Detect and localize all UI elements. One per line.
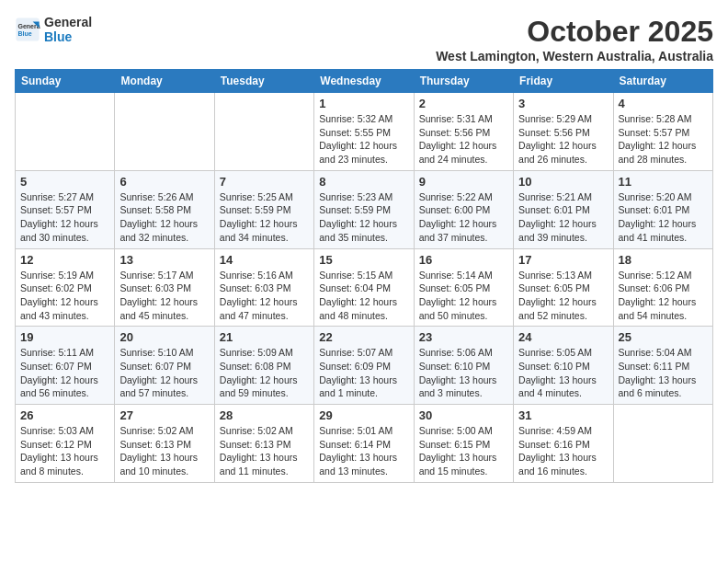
cell-info: Sunrise: 5:20 AM Sunset: 6:01 PM Dayligh… <box>619 190 708 245</box>
cell-date: 5 <box>20 175 109 189</box>
cell-date: 19 <box>20 330 109 344</box>
calendar-cell: 10Sunrise: 5:21 AM Sunset: 6:01 PM Dayli… <box>514 170 613 248</box>
calendar-cell: 29Sunrise: 5:01 AM Sunset: 6:14 PM Dayli… <box>314 405 414 483</box>
cell-date: 28 <box>220 408 309 422</box>
logo-text-line1: General <box>44 15 92 29</box>
cell-date: 24 <box>518 330 608 344</box>
calendar-cell: 20Sunrise: 5:10 AM Sunset: 6:07 PM Dayli… <box>115 327 214 405</box>
cell-info: Sunrise: 5:19 AM Sunset: 6:02 PM Dayligh… <box>20 269 109 323</box>
calendar-cell: 9Sunrise: 5:22 AM Sunset: 6:00 PM Daylig… <box>414 170 513 248</box>
cell-info: Sunrise: 5:00 AM Sunset: 6:15 PM Dayligh… <box>419 424 508 478</box>
month-title: October 2025 <box>436 15 713 49</box>
calendar-cell: 4Sunrise: 5:28 AM Sunset: 5:57 PM Daylig… <box>613 93 712 171</box>
cell-date: 1 <box>319 97 408 110</box>
svg-rect-0 <box>16 17 39 40</box>
calendar-cell: 12Sunrise: 5:19 AM Sunset: 6:02 PM Dayli… <box>16 248 115 327</box>
cell-info: Sunrise: 5:13 AM Sunset: 6:05 PM Dayligh… <box>518 269 608 323</box>
cell-info: Sunrise: 5:09 AM Sunset: 6:08 PM Dayligh… <box>220 346 309 400</box>
calendar-cell: 28Sunrise: 5:02 AM Sunset: 6:13 PM Dayli… <box>214 405 313 483</box>
day-header-monday: Monday <box>115 70 214 93</box>
week-row-1: 1Sunrise: 5:32 AM Sunset: 5:55 PM Daylig… <box>16 93 713 171</box>
cell-info: Sunrise: 5:15 AM Sunset: 6:04 PM Dayligh… <box>319 269 408 323</box>
header-row: SundayMondayTuesdayWednesdayThursdayFrid… <box>16 70 713 93</box>
cell-date: 22 <box>319 330 408 344</box>
calendar-cell: 21Sunrise: 5:09 AM Sunset: 6:08 PM Dayli… <box>214 327 313 405</box>
calendar-cell: 23Sunrise: 5:06 AM Sunset: 6:10 PM Dayli… <box>414 327 513 405</box>
location-title: West Lamington, Western Australia, Austr… <box>436 49 713 63</box>
cell-date: 14 <box>220 253 309 267</box>
cell-date: 17 <box>518 253 608 267</box>
week-row-3: 12Sunrise: 5:19 AM Sunset: 6:02 PM Dayli… <box>16 248 713 327</box>
day-header-thursday: Thursday <box>414 70 513 93</box>
cell-date: 7 <box>220 175 309 189</box>
cell-info: Sunrise: 5:03 AM Sunset: 6:12 PM Dayligh… <box>20 424 109 478</box>
calendar-cell: 14Sunrise: 5:16 AM Sunset: 6:03 PM Dayli… <box>214 248 313 327</box>
cell-info: Sunrise: 5:07 AM Sunset: 6:09 PM Dayligh… <box>319 346 408 400</box>
cell-date: 15 <box>319 253 408 267</box>
calendar-cell: 13Sunrise: 5:17 AM Sunset: 6:03 PM Dayli… <box>115 248 214 327</box>
cell-info: Sunrise: 5:31 AM Sunset: 5:56 PM Dayligh… <box>419 112 508 167</box>
cell-info: Sunrise: 5:02 AM Sunset: 6:13 PM Dayligh… <box>119 424 209 478</box>
calendar-cell: 31Sunrise: 4:59 AM Sunset: 6:16 PM Dayli… <box>514 405 613 483</box>
calendar-cell: 24Sunrise: 5:05 AM Sunset: 6:10 PM Dayli… <box>514 327 613 405</box>
calendar-cell: 8Sunrise: 5:23 AM Sunset: 5:59 PM Daylig… <box>314 170 414 248</box>
cell-date: 16 <box>419 253 508 267</box>
week-row-4: 19Sunrise: 5:11 AM Sunset: 6:07 PM Dayli… <box>16 327 713 405</box>
cell-info: Sunrise: 5:27 AM Sunset: 5:57 PM Dayligh… <box>20 190 109 245</box>
title-block: October 2025 West Lamington, Western Aus… <box>436 15 713 63</box>
day-header-tuesday: Tuesday <box>214 70 313 93</box>
cell-info: Sunrise: 5:23 AM Sunset: 5:59 PM Dayligh… <box>319 190 408 245</box>
calendar-cell: 16Sunrise: 5:14 AM Sunset: 6:05 PM Dayli… <box>414 248 513 327</box>
cell-date: 2 <box>419 97 508 110</box>
cell-date: 21 <box>220 330 309 344</box>
calendar-cell: 30Sunrise: 5:00 AM Sunset: 6:15 PM Dayli… <box>414 405 513 483</box>
cell-info: Sunrise: 5:05 AM Sunset: 6:10 PM Dayligh… <box>518 346 608 400</box>
cell-info: Sunrise: 5:12 AM Sunset: 6:06 PM Dayligh… <box>619 269 708 323</box>
cell-info: Sunrise: 5:29 AM Sunset: 5:56 PM Dayligh… <box>518 112 608 167</box>
calendar-cell: 2Sunrise: 5:31 AM Sunset: 5:56 PM Daylig… <box>414 93 513 171</box>
calendar-cell: 18Sunrise: 5:12 AM Sunset: 6:06 PM Dayli… <box>613 248 712 327</box>
cell-date: 10 <box>518 175 608 189</box>
cell-info: Sunrise: 5:11 AM Sunset: 6:07 PM Dayligh… <box>20 346 109 400</box>
cell-info: Sunrise: 5:14 AM Sunset: 6:05 PM Dayligh… <box>419 269 508 323</box>
calendar-cell: 5Sunrise: 5:27 AM Sunset: 5:57 PM Daylig… <box>16 170 115 248</box>
calendar-cell <box>214 93 313 171</box>
calendar-cell: 6Sunrise: 5:26 AM Sunset: 5:58 PM Daylig… <box>115 170 214 248</box>
day-header-friday: Friday <box>514 70 613 93</box>
cell-info: Sunrise: 5:01 AM Sunset: 6:14 PM Dayligh… <box>319 424 408 478</box>
calendar-cell: 1Sunrise: 5:32 AM Sunset: 5:55 PM Daylig… <box>314 93 414 171</box>
cell-date: 11 <box>619 175 708 189</box>
cell-date: 3 <box>518 97 608 110</box>
cell-info: Sunrise: 5:32 AM Sunset: 5:55 PM Dayligh… <box>319 112 408 167</box>
cell-date: 12 <box>20 253 109 267</box>
cell-info: Sunrise: 5:10 AM Sunset: 6:07 PM Dayligh… <box>119 346 209 400</box>
calendar-cell: 15Sunrise: 5:15 AM Sunset: 6:04 PM Dayli… <box>314 248 414 327</box>
day-header-saturday: Saturday <box>613 70 712 93</box>
svg-text:Blue: Blue <box>18 30 32 37</box>
calendar-cell: 26Sunrise: 5:03 AM Sunset: 6:12 PM Dayli… <box>16 405 115 483</box>
day-header-wednesday: Wednesday <box>314 70 414 93</box>
cell-info: Sunrise: 5:02 AM Sunset: 6:13 PM Dayligh… <box>220 424 309 478</box>
calendar-cell <box>16 93 115 171</box>
cell-info: Sunrise: 4:59 AM Sunset: 6:16 PM Dayligh… <box>518 424 608 478</box>
calendar-cell: 25Sunrise: 5:04 AM Sunset: 6:11 PM Dayli… <box>613 327 712 405</box>
page-header: General Blue General Blue October 2025 W… <box>15 15 713 63</box>
calendar-cell: 3Sunrise: 5:29 AM Sunset: 5:56 PM Daylig… <box>514 93 613 171</box>
cell-date: 6 <box>119 175 209 189</box>
cell-date: 13 <box>119 253 209 267</box>
cell-date: 9 <box>419 175 508 189</box>
week-row-5: 26Sunrise: 5:03 AM Sunset: 6:12 PM Dayli… <box>16 405 713 483</box>
cell-date: 25 <box>619 330 708 344</box>
cell-date: 18 <box>619 253 708 267</box>
cell-info: Sunrise: 5:28 AM Sunset: 5:57 PM Dayligh… <box>619 112 708 167</box>
cell-date: 29 <box>319 408 408 422</box>
cell-info: Sunrise: 5:22 AM Sunset: 6:00 PM Dayligh… <box>419 190 508 245</box>
cell-info: Sunrise: 5:04 AM Sunset: 6:11 PM Dayligh… <box>619 346 708 400</box>
cell-date: 30 <box>419 408 508 422</box>
calendar-cell <box>115 93 214 171</box>
cell-date: 20 <box>119 330 209 344</box>
logo-text-line2: Blue <box>44 29 92 44</box>
cell-date: 31 <box>518 408 608 422</box>
calendar-cell: 19Sunrise: 5:11 AM Sunset: 6:07 PM Dayli… <box>16 327 115 405</box>
logo-icon: General Blue <box>15 17 40 42</box>
